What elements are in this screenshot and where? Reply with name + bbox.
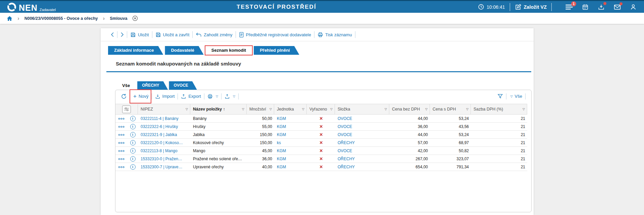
create-vz-button[interactable]: Založit VZ bbox=[515, 4, 547, 10]
subtab-orechy[interactable]: OŘECHY bbox=[137, 81, 168, 90]
row-menu-button[interactable]: ooo bbox=[115, 139, 127, 147]
grid-toolbar: + Nový Import Export bbox=[115, 90, 531, 102]
column-header-unit[interactable]: Jednotka▽ bbox=[274, 104, 307, 114]
home-icon[interactable] bbox=[7, 16, 12, 21]
discard-changes-button[interactable]: Zahodit změny bbox=[196, 32, 232, 37]
column-filter-icon[interactable]: ▽ bbox=[242, 108, 244, 111]
column-filter-icon[interactable]: ▽ bbox=[466, 108, 468, 111]
table-row: oooi03222111-4 | BanányBanány50,00KGM×OV… bbox=[115, 115, 527, 123]
row-menu-button[interactable]: ooo bbox=[115, 115, 127, 123]
column-filter-icon[interactable]: ▽ bbox=[269, 108, 272, 111]
notification-badge: 1 bbox=[571, 1, 576, 6]
calendar-button[interactable] bbox=[582, 4, 589, 10]
preregister-supplier-button[interactable]: Předběžně registrovat dodavatele bbox=[239, 32, 311, 38]
row-menu-button[interactable]: ooo bbox=[115, 131, 127, 139]
save-and-close-button[interactable]: Uložit a zavřít bbox=[155, 32, 190, 38]
cell-slozka[interactable]: OVOCE bbox=[335, 147, 389, 155]
subtab-vse[interactable]: Vše bbox=[116, 81, 136, 90]
user-profile-button[interactable] bbox=[630, 4, 637, 10]
column-header-gross[interactable]: Cena s DPH▽ bbox=[430, 104, 471, 114]
column-header-removed[interactable]: Vyřazeno▽ bbox=[307, 104, 335, 114]
info-icon: i bbox=[130, 164, 136, 170]
cell-unit[interactable]: ks bbox=[274, 139, 307, 147]
tab-zakladni-informace[interactable]: Základní informace bbox=[108, 46, 163, 55]
cell-nipez[interactable]: 03222111-4 | Banány bbox=[138, 115, 190, 123]
cell-nipez[interactable]: 03222322-6 | Hrušky bbox=[138, 123, 190, 131]
print-record-button[interactable]: Tisk záznamu bbox=[317, 32, 352, 38]
column-filter-icon[interactable]: ▽ bbox=[302, 108, 304, 111]
column-chooser-button[interactable] bbox=[115, 104, 138, 114]
column-filter-icon[interactable]: ▽ bbox=[186, 108, 188, 111]
column-filter-icon[interactable]: ▽ bbox=[385, 108, 387, 111]
mail-button[interactable] bbox=[614, 4, 621, 10]
cell-unit[interactable]: KGM bbox=[274, 115, 307, 123]
cell-unit[interactable]: KGM bbox=[274, 163, 307, 171]
column-header-net[interactable]: Cena bez DPH▽ bbox=[389, 104, 430, 114]
import-button[interactable]: Import bbox=[155, 94, 175, 99]
refresh-button[interactable] bbox=[121, 93, 127, 99]
row-menu-icon: ooo bbox=[118, 141, 125, 144]
tab-prehled-plneni[interactable]: Přehled plnění bbox=[254, 46, 299, 55]
table-row: oooi15332310-0 | Pražen…Pražené nebo sol… bbox=[115, 155, 527, 163]
export-button[interactable]: Export bbox=[181, 94, 201, 99]
row-info-button[interactable]: i bbox=[127, 163, 138, 171]
row-menu-button[interactable]: ooo bbox=[115, 147, 127, 155]
cell-net: 44,00 bbox=[389, 115, 430, 123]
divider bbox=[236, 31, 236, 38]
row-info-button[interactable]: i bbox=[127, 131, 138, 139]
cell-slozka[interactable]: OŘECHY bbox=[335, 139, 389, 147]
cell-slozka[interactable]: OŘECHY bbox=[335, 163, 389, 171]
cell-unit[interactable]: KGM bbox=[274, 131, 307, 139]
row-info-button[interactable]: i bbox=[127, 139, 138, 147]
column-header-qty[interactable]: Množství▽ bbox=[247, 104, 274, 114]
share-button[interactable]: ▽ bbox=[225, 94, 235, 99]
column-header-vat[interactable]: Sazba DPH (%)▽ bbox=[471, 104, 527, 114]
column-header-nipez[interactable]: NIPEZ▽ bbox=[138, 104, 190, 114]
notifications-menu-button[interactable]: 1 bbox=[565, 4, 573, 10]
cell-unit[interactable]: KGM bbox=[274, 147, 307, 155]
inbox-download-button[interactable] bbox=[598, 4, 605, 10]
column-filter-icon[interactable]: ▽ bbox=[425, 108, 428, 111]
row-menu-button[interactable]: ooo bbox=[115, 155, 127, 163]
main-tabs: Základní informace Dodavatelé Seznam kom… bbox=[108, 46, 534, 55]
save-button[interactable]: Uložit bbox=[130, 32, 149, 38]
cell-slozka[interactable]: OVOCE bbox=[335, 115, 389, 123]
column-header-name[interactable]: Název položky ↑▽ bbox=[190, 104, 247, 114]
tab-seznam-komodit[interactable]: Seznam komodit bbox=[205, 46, 252, 55]
print-grid-button[interactable]: ▽ bbox=[207, 94, 218, 99]
cell-nipez[interactable]: 03222113-8 | Mango bbox=[138, 147, 190, 155]
cell-nipez[interactable]: 15332300-7 | Uprave… bbox=[138, 163, 190, 171]
cell-nipez[interactable]: 03222321-9 | Jablka bbox=[138, 131, 190, 139]
view-selector[interactable]: ▽ Vše bbox=[509, 94, 522, 99]
app-logo[interactable]: NEN Zadavatel bbox=[7, 2, 56, 12]
close-tab-icon[interactable] bbox=[132, 15, 138, 21]
cell-unit[interactable]: KGM bbox=[274, 123, 307, 131]
section-title-underline bbox=[106, 71, 531, 72]
tab-dodavatele[interactable]: Dodavatelé bbox=[165, 46, 203, 55]
column-filter-icon[interactable]: ▽ bbox=[330, 108, 333, 111]
row-menu-button[interactable]: ooo bbox=[115, 123, 127, 131]
cell-slozka[interactable]: OŘECHY bbox=[335, 155, 389, 163]
filter-button[interactable] bbox=[497, 93, 503, 99]
nav-forward-button[interactable] bbox=[120, 32, 124, 37]
plus-icon: + bbox=[133, 94, 137, 99]
new-item-button[interactable]: + Nový bbox=[133, 94, 149, 99]
row-info-button[interactable]: i bbox=[127, 115, 138, 123]
row-info-button[interactable]: i bbox=[127, 155, 138, 163]
cell-nipez[interactable]: 03222120-0 | Kokoso… bbox=[138, 139, 190, 147]
row-info-button[interactable]: i bbox=[127, 123, 138, 131]
removed-x-icon: × bbox=[319, 140, 323, 145]
nav-back-button[interactable] bbox=[111, 32, 114, 37]
subtab-ovoce[interactable]: OVOCE bbox=[169, 81, 197, 90]
divider bbox=[152, 93, 152, 99]
row-info-button[interactable]: i bbox=[127, 147, 138, 155]
breadcrumb-item-contract[interactable]: N006/23/V00008055 - Ovoce a ořechy bbox=[24, 16, 98, 21]
cell-nipez[interactable]: 15332310-0 | Pražen… bbox=[138, 155, 190, 163]
breadcrumb-item-smlouva[interactable]: Smlouva bbox=[110, 16, 127, 21]
cell-slozka[interactable]: OVOCE bbox=[335, 123, 389, 131]
column-filter-icon[interactable]: ▽ bbox=[523, 108, 525, 111]
column-header-slozka[interactable]: Složka▽ bbox=[335, 104, 389, 114]
cell-unit[interactable]: KGM bbox=[274, 155, 307, 163]
cell-slozka[interactable]: OVOCE bbox=[335, 131, 389, 139]
row-menu-button[interactable]: ooo bbox=[115, 163, 127, 171]
